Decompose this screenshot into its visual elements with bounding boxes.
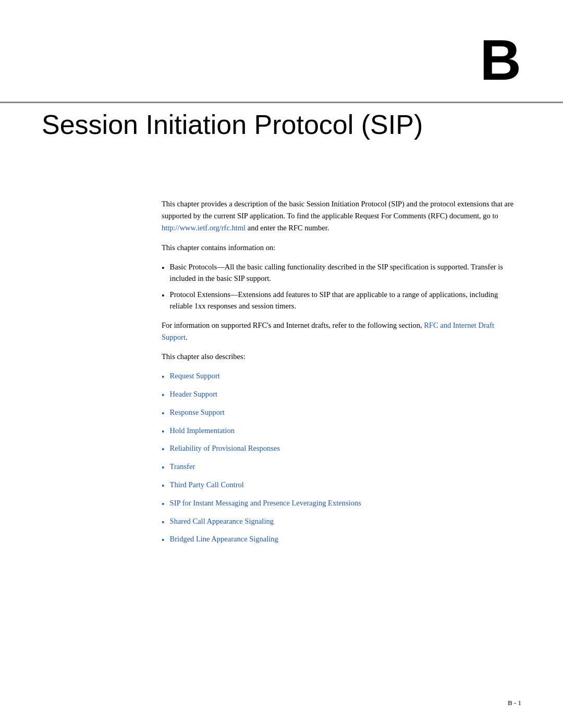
chapter-title: Session Initiation Protocol (SIP) — [42, 109, 521, 141]
link-reliability[interactable]: Reliability of Provisional Responses — [170, 444, 280, 452]
link-items-list: • Request Support • Header Support • Res… — [162, 370, 521, 547]
list-item-1: • Header Support — [162, 388, 521, 402]
bullet-text-0: Basic Protocols—All the basic calling fu… — [170, 261, 521, 285]
link-header-support[interactable]: Header Support — [170, 390, 217, 398]
list-item-3: • Hold Implementation — [162, 425, 521, 439]
intro-text-before-link: This chapter provides a description of t… — [162, 200, 513, 220]
ietf-link[interactable]: http://www.ietf.org/rfc.html — [162, 224, 246, 232]
bullet-item-1: • Protocol Extensions—Extensions add fea… — [162, 289, 521, 312]
list-item-2: • Response Support — [162, 406, 521, 421]
bullet-dot-1: • — [162, 290, 165, 303]
rfc-paragraph: For information on supported RFC's and I… — [162, 319, 521, 343]
rfc-prefix: For information on supported RFC's and I… — [162, 321, 422, 329]
link-shared-call[interactable]: Shared Call Appearance Signaling — [170, 517, 274, 525]
link-dot-7: • — [162, 498, 165, 511]
list-item-8: • Shared Call Appearance Signaling — [162, 515, 521, 529]
link-dot-8: • — [162, 516, 165, 529]
link-hold-implementation[interactable]: Hold Implementation — [170, 426, 235, 435]
contains-label: This chapter contains information on: — [162, 242, 521, 254]
list-item-5: • Transfer — [162, 461, 521, 475]
link-transfer[interactable]: Transfer — [170, 462, 195, 471]
link-dot-1: • — [162, 389, 165, 402]
bullet-dot-0: • — [162, 262, 165, 275]
list-item-4: • Reliability of Provisional Responses — [162, 442, 521, 456]
link-dot-3: • — [162, 426, 165, 439]
list-item-7: • SIP for Instant Messaging and Presence… — [162, 497, 521, 511]
page-number: B - 1 — [508, 699, 521, 707]
link-dot-2: • — [162, 408, 165, 421]
link-bridged-line[interactable]: Bridged Line Appearance Signaling — [170, 535, 278, 543]
list-item-0: • Request Support — [162, 370, 521, 384]
main-content: This chapter provides a description of t… — [162, 198, 521, 554]
link-response-support[interactable]: Response Support — [170, 408, 225, 416]
chapter-letter: B — [480, 31, 521, 89]
content-bullets: • Basic Protocols—All the basic calling … — [162, 261, 521, 312]
also-describes-label: This chapter also describes: — [162, 351, 521, 363]
link-dot-4: • — [162, 443, 165, 456]
link-dot-9: • — [162, 534, 165, 547]
intro-paragraph: This chapter provides a description of t… — [162, 198, 521, 235]
page: B Session Initiation Protocol (SIP) This… — [0, 0, 563, 728]
rfc-suffix: . — [186, 333, 188, 341]
link-request-support[interactable]: Request Support — [170, 372, 220, 380]
bullet-text-1: Protocol Extensions—Extensions add featu… — [170, 289, 521, 312]
list-item-6: • Third Party Call Control — [162, 479, 521, 493]
list-item-9: • Bridged Line Appearance Signaling — [162, 533, 521, 547]
link-sip-instant-messaging[interactable]: SIP for Instant Messaging and Presence L… — [170, 499, 361, 507]
link-dot-0: • — [162, 371, 165, 384]
bullet-item-0: • Basic Protocols—All the basic calling … — [162, 261, 521, 285]
link-dot-6: • — [162, 480, 165, 493]
link-dot-5: • — [162, 462, 165, 475]
intro-text-after-link: and enter the RFC number. — [246, 224, 329, 232]
link-third-party[interactable]: Third Party Call Control — [170, 480, 244, 489]
top-rule — [0, 102, 563, 103]
